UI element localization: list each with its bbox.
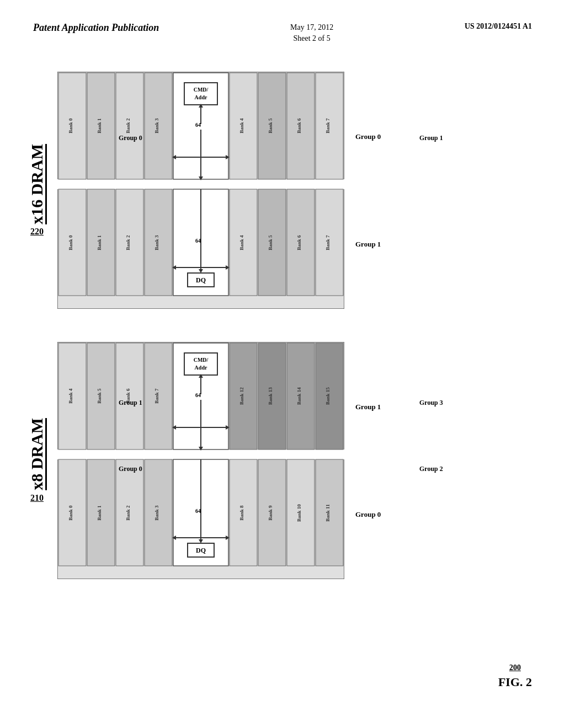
x8-dram-label: x8 DRAM	[28, 418, 46, 490]
x16-label-area: x16 DRAM 220	[28, 144, 46, 237]
x16-left-group0: Group 0	[119, 132, 142, 142]
svg-text:DQ: DQ	[196, 547, 206, 554]
fig-label-area: 200 FIG. 2	[498, 663, 532, 689]
x16-group-labels: Group 0 Group 1	[355, 72, 381, 309]
svg-text:Bank 0: Bank 0	[68, 235, 73, 250]
x16-dram-section: x16 DRAM 220 Bank 0 Bank 1 Bank 2	[28, 72, 381, 309]
x16-diagram-svg: Bank 0 Bank 1 Bank 2 Bank 3 CMD/ Addr 64	[57, 72, 344, 309]
svg-text:Bank 3: Bank 3	[154, 235, 159, 250]
x16-right-group1: Group 1	[419, 132, 443, 142]
svg-text:Bank 7: Bank 7	[154, 388, 159, 404]
x8-dram-number: 210	[30, 493, 44, 503]
x8-right-group2: Group 2	[419, 463, 443, 473]
x8-group0-label: Group 0	[355, 510, 381, 519]
sheet-info: May 17, 2012 Sheet 2 of 5	[290, 22, 333, 44]
svg-text:64: 64	[195, 122, 201, 128]
svg-text:Bank 5: Bank 5	[97, 388, 102, 404]
svg-text:Bank 2: Bank 2	[125, 118, 131, 133]
fig-label: FIG. 2	[498, 675, 532, 689]
svg-rect-1	[57, 179, 344, 189]
svg-text:CMD/: CMD/	[194, 357, 209, 363]
svg-text:Bank 15: Bank 15	[325, 387, 331, 405]
svg-text:DQ: DQ	[196, 276, 206, 284]
svg-text:64: 64	[195, 238, 201, 244]
svg-text:CMD/: CMD/	[194, 87, 209, 93]
x8-group-labels: Group 1 Group 0	[355, 342, 381, 579]
x16-group0-label: Group 0	[355, 132, 381, 141]
svg-text:Bank 12: Bank 12	[239, 387, 244, 405]
svg-text:Bank 4: Bank 4	[68, 388, 73, 404]
svg-text:Bank 10: Bank 10	[296, 504, 302, 522]
x16-dram-label: x16 DRAM	[28, 144, 46, 224]
fig-number: 200	[509, 663, 521, 672]
x8-right-group3: Group 3	[419, 397, 443, 407]
svg-text:Bank 7: Bank 7	[325, 235, 331, 250]
x8-label-area: x8 DRAM 210	[28, 418, 46, 503]
svg-text:Bank 6: Bank 6	[296, 235, 302, 250]
svg-text:Bank 1: Bank 1	[97, 118, 102, 133]
x8-diagram-svg: Bank 4 Bank 5 Bank 6 Bank 7 CMD/ Addr 64	[57, 342, 344, 579]
x8-dram-section: x8 DRAM 210 Bank 4 Bank 5 Bank 6	[28, 342, 381, 579]
svg-text:Bank 6: Bank 6	[296, 118, 302, 133]
svg-text:Bank 7: Bank 7	[325, 118, 331, 133]
svg-text:Bank 4: Bank 4	[239, 118, 244, 133]
svg-text:Bank 11: Bank 11	[325, 504, 331, 522]
svg-text:64: 64	[195, 508, 201, 514]
x8-group1-label: Group 1	[355, 403, 381, 411]
svg-text:Bank 2: Bank 2	[125, 505, 131, 521]
svg-text:Bank 1: Bank 1	[97, 505, 102, 521]
svg-text:Addr: Addr	[195, 365, 207, 371]
svg-rect-56	[57, 449, 344, 459]
publication-label: Patent Application Publication	[33, 22, 159, 34]
svg-rect-11	[184, 83, 217, 105]
patent-number: US 2012/0124451 A1	[465, 22, 532, 31]
svg-text:Bank 0: Bank 0	[68, 505, 73, 521]
page-header: Patent Application Publication May 17, 2…	[0, 22, 565, 44]
svg-rect-66	[184, 353, 217, 375]
svg-text:Bank 0: Bank 0	[68, 118, 73, 133]
svg-text:Bank 2: Bank 2	[125, 235, 131, 250]
svg-text:Addr: Addr	[195, 94, 207, 100]
svg-text:Bank 14: Bank 14	[296, 387, 302, 405]
svg-text:Bank 3: Bank 3	[154, 118, 159, 133]
svg-text:Bank 5: Bank 5	[268, 118, 273, 133]
x8-left-group0: Group 0	[119, 463, 142, 473]
svg-text:Bank 9: Bank 9	[268, 505, 273, 521]
svg-text:Bank 1: Bank 1	[97, 235, 102, 250]
svg-text:64: 64	[195, 392, 201, 398]
svg-text:Bank 13: Bank 13	[268, 387, 273, 405]
x8-left-group1: Group 1	[119, 397, 142, 407]
svg-text:Bank 8: Bank 8	[239, 505, 244, 521]
x16-dram-number: 220	[30, 227, 44, 237]
svg-text:Bank 4: Bank 4	[239, 235, 244, 250]
svg-text:Bank 3: Bank 3	[154, 505, 159, 521]
svg-text:Bank 5: Bank 5	[268, 235, 273, 250]
x16-group1-label: Group 1	[355, 240, 381, 249]
